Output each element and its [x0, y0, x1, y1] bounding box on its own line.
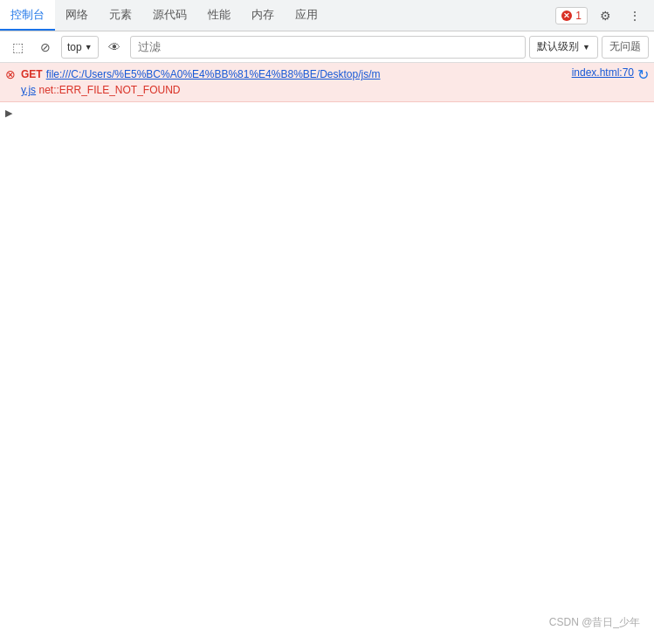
tab-application[interactable]: 应用: [285, 0, 328, 31]
error-count-badge[interactable]: ✕ 1: [555, 7, 588, 24]
tab-sources-label: 源代码: [153, 7, 187, 23]
more-icon: ⋮: [629, 9, 641, 23]
no-issues-text: 无问题: [609, 39, 641, 54]
watermark: CSDN @昔日_少年: [549, 615, 640, 630]
console-toolbar: ⬚ ⊘ top ▼ 👁 默认级别 ▼ 无问题: [0, 31, 654, 63]
context-label: top: [67, 41, 82, 53]
tab-performance[interactable]: 性能: [197, 0, 241, 31]
nav-spacer: [328, 0, 548, 31]
top-nav-bar: 控制台 网络 元素 源代码 性能 内存 应用 ✕ 1 ⚙ ⋮: [0, 0, 654, 31]
expand-arrow-button[interactable]: ▶: [0, 102, 654, 124]
tab-elements[interactable]: 元素: [99, 0, 142, 31]
http-method-label: GET: [21, 68, 43, 80]
level-chevron-icon: ▼: [582, 43, 590, 52]
error-location-link[interactable]: index.html:70: [572, 66, 634, 79]
watermark-text: CSDN @昔日_少年: [549, 616, 640, 628]
error-message-block: GETfile:///C:/Users/%E5%BC%A0%E4%BB%81%E…: [21, 66, 565, 98]
eye-button[interactable]: 👁: [102, 35, 127, 59]
error-count: 1: [575, 10, 582, 22]
settings-button[interactable]: ⚙: [593, 3, 617, 28]
refresh-icon[interactable]: ↻: [637, 66, 649, 83]
tab-network-label: 网络: [65, 7, 88, 23]
error-url[interactable]: file:///C:/Users/%E5%BC%A0%E4%BB%81%E4%B…: [46, 68, 381, 80]
chevron-down-icon: ▼: [85, 43, 93, 52]
tab-application-label: 应用: [295, 7, 318, 23]
no-issues-indicator: 无问题: [602, 36, 649, 59]
filter-input[interactable]: [130, 36, 526, 59]
error-circle-icon: ⊗: [5, 67, 16, 81]
inspect-icon: ⬚: [12, 40, 24, 54]
tab-memory[interactable]: 内存: [241, 0, 285, 31]
console-output: ⊗ GETfile:///C:/Users/%E5%BC%A0%E4%BB%81…: [0, 63, 654, 644]
inspect-button[interactable]: ⬚: [5, 35, 30, 59]
tab-memory-label: 内存: [251, 7, 274, 23]
log-level-selector[interactable]: 默认级别 ▼: [529, 36, 598, 59]
tab-sources[interactable]: 源代码: [142, 0, 197, 31]
eye-icon: 👁: [108, 40, 120, 54]
error-dot-icon: ✕: [561, 10, 572, 21]
gear-icon: ⚙: [600, 9, 611, 23]
tab-network[interactable]: 网络: [55, 0, 99, 31]
chevron-right-icon: ▶: [5, 107, 12, 119]
error-x-icon: ✕: [563, 11, 570, 20]
clear-icon: ⊘: [40, 40, 51, 54]
error-log-row: ⊗ GETfile:///C:/Users/%E5%BC%A0%E4%BB%81…: [0, 63, 654, 102]
tab-console[interactable]: 控制台: [0, 0, 55, 31]
level-label: 默认级别: [537, 39, 579, 54]
error-code: net::ERR_FILE_NOT_FOUND: [38, 84, 180, 96]
more-button[interactable]: ⋮: [623, 3, 647, 28]
tab-elements-label: 元素: [109, 7, 132, 23]
context-selector[interactable]: top ▼: [61, 36, 99, 59]
clear-button[interactable]: ⊘: [33, 35, 58, 59]
error-url-continuation[interactable]: y.js: [21, 84, 36, 96]
tab-performance-label: 性能: [208, 7, 231, 23]
nav-right-controls: ✕ 1 ⚙ ⋮: [548, 0, 654, 31]
tab-console-label: 控制台: [10, 7, 45, 23]
